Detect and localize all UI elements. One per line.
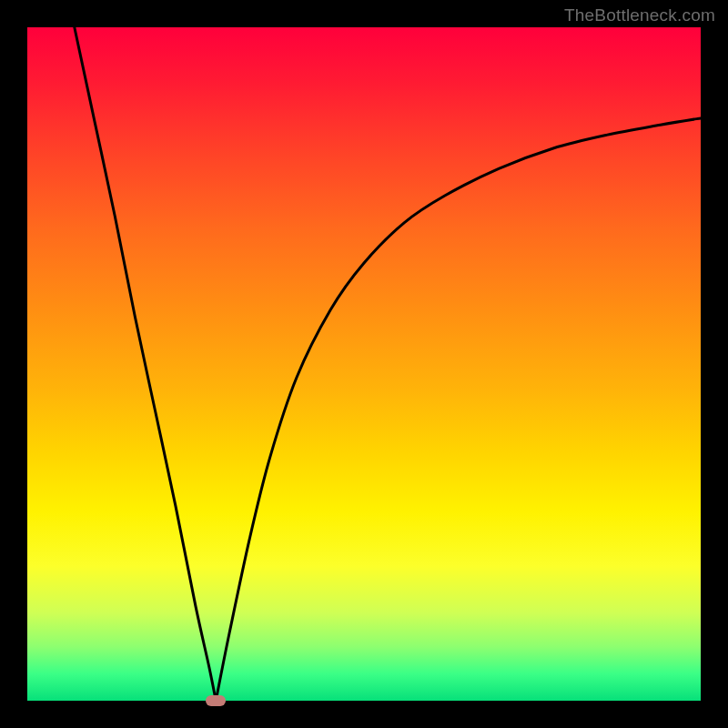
optimum-marker bbox=[206, 695, 226, 706]
chart-frame: TheBottleneck.com bbox=[0, 0, 728, 728]
watermark-text: TheBottleneck.com bbox=[564, 5, 715, 25]
curve-svg bbox=[27, 27, 701, 701]
bottleneck-curve bbox=[75, 27, 701, 701]
plot-area bbox=[27, 27, 701, 701]
